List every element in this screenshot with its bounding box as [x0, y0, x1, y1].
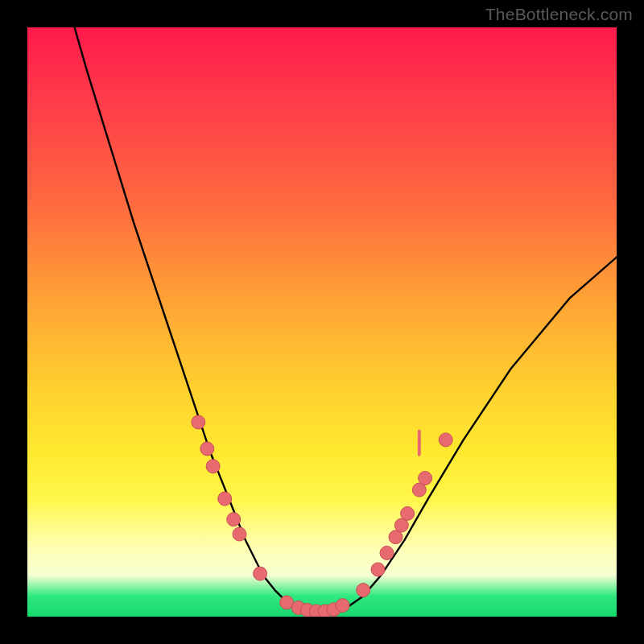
data-point: [218, 492, 232, 506]
watermark-text: TheBottleneck.com: [485, 5, 633, 24]
data-point: [357, 584, 370, 597]
data-point: [439, 433, 452, 447]
data-point: [192, 415, 205, 429]
data-point: [336, 599, 349, 613]
data-point: [419, 472, 432, 485]
data-point: [206, 460, 220, 473]
chart-svg: [27, 27, 617, 617]
data-point: [371, 563, 385, 576]
curve-line: [75, 27, 617, 612]
data-point: [380, 546, 394, 559]
data-point: [401, 506, 415, 520]
plot-area: [27, 27, 617, 617]
curve-markers: [192, 415, 452, 617]
data-point: [200, 442, 214, 456]
chart-frame: TheBottleneck.com: [0, 0, 644, 644]
data-point: [227, 513, 241, 526]
data-point: [233, 527, 246, 541]
data-point: [254, 567, 267, 580]
